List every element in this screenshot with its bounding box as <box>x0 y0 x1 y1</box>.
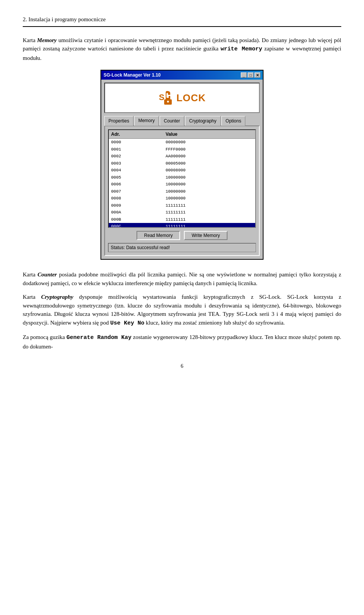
table-row[interactable]: 000A11111111 <box>109 209 255 216</box>
paragraph-3: Karta Cryptography dysponuje możliwością… <box>23 293 341 328</box>
cell-value: 00000000 <box>163 139 255 146</box>
memory-keyword: Memory <box>37 37 57 43</box>
tab-panel-memory: Adr. Value 0000000000000001FFFF00000002A… <box>104 126 260 256</box>
cell-value: 11111111 <box>163 216 255 223</box>
tab-counter[interactable]: Counter <box>160 116 184 126</box>
title-bar: SG-Lock Manager Ver 1.10 _ □ ✕ <box>101 71 263 80</box>
paragraph-4: Za pomocą guzika Generate Random Kay zos… <box>23 333 341 351</box>
svg-rect-2 <box>166 98 167 101</box>
status-bar: Status: Data successful read! <box>108 243 256 252</box>
table-row[interactable]: 000911111111 <box>109 202 255 209</box>
write-memory-keyword: write Memory <box>221 46 262 52</box>
tab-memory[interactable]: Memory <box>134 116 159 126</box>
cell-addr: 0003 <box>109 160 163 167</box>
cell-addr: 0009 <box>109 202 163 209</box>
read-memory-button[interactable]: Read Memory <box>136 231 180 240</box>
tab-options[interactable]: Options <box>221 116 245 126</box>
sg-lock-icon: S <box>158 89 175 106</box>
table-row[interactable]: 000810000000 <box>109 195 255 202</box>
title-bar-buttons: _ □ ✕ <box>241 72 260 78</box>
table-row[interactable]: 000C11111111 <box>109 223 255 228</box>
svg-text:S: S <box>159 93 165 102</box>
cell-value: 11111111 <box>163 223 255 228</box>
table-row[interactable]: 000000000000 <box>109 139 255 146</box>
status-text: Status: Data successful read! <box>111 245 170 250</box>
cell-addr: 0008 <box>109 195 163 202</box>
table-row[interactable]: 000300005000 <box>109 160 255 167</box>
tab-properties[interactable]: Properties <box>104 116 133 126</box>
minimize-button[interactable]: _ <box>241 72 247 78</box>
cell-value: 00005000 <box>163 160 255 167</box>
sg-logo: S LOCK <box>158 89 206 106</box>
cell-addr: 0004 <box>109 167 163 174</box>
window-body: S LOCK Properties Memory Counter Cryptog… <box>101 80 263 259</box>
cell-addr: 0002 <box>109 153 163 160</box>
paragraph-1: Karta Memory umożliwia czytanie i opraco… <box>23 36 341 63</box>
cell-addr: 000C <box>109 223 163 228</box>
svg-point-3 <box>167 101 169 103</box>
counter-keyword: Counter <box>38 271 57 278</box>
memory-table: Adr. Value 0000000000000001FFFF00000002A… <box>109 130 255 228</box>
cell-addr: 0001 <box>109 146 163 153</box>
col-header-addr: Adr. <box>109 130 163 139</box>
table-row[interactable]: 000610000000 <box>109 181 255 188</box>
cell-addr: 0000 <box>109 139 163 146</box>
cell-value: 10000000 <box>163 195 255 202</box>
logo-area: S LOCK <box>104 83 260 113</box>
cell-value: 11111111 <box>163 202 255 209</box>
cell-addr: 0007 <box>109 188 163 195</box>
chapter-title: 2. Instalacja i programy pomocnicze <box>23 16 106 22</box>
col-header-value: Value <box>163 130 255 139</box>
close-button[interactable]: ✕ <box>254 72 260 78</box>
memory-table-container[interactable]: Adr. Value 0000000000000001FFFF00000002A… <box>108 129 256 228</box>
button-row: Read Memory Write Memory <box>108 231 256 240</box>
use-key-keyword: Use Key No <box>110 320 144 326</box>
tab-cryptography[interactable]: Cryptography <box>185 116 221 126</box>
cell-addr: 000B <box>109 216 163 223</box>
cell-value: AA000000 <box>163 153 255 160</box>
cell-value: 00008000 <box>163 167 255 174</box>
lock-text: LOCK <box>176 91 206 105</box>
tabs: Properties Memory Counter Cryptography O… <box>104 116 260 126</box>
cell-value: 10000000 <box>163 174 255 181</box>
cell-addr: 000A <box>109 209 163 216</box>
app-window: SG-Lock Manager Ver 1.10 _ □ ✕ S <box>100 70 264 260</box>
maximize-button[interactable]: □ <box>248 72 254 78</box>
paragraph-2: Karta Counter posiada podobne możliwpści… <box>23 270 341 287</box>
cell-value: 10000000 <box>163 181 255 188</box>
write-memory-button[interactable]: Write Memory <box>184 231 227 240</box>
page-number: 6 <box>181 363 184 369</box>
cell-value: FFFF0000 <box>163 146 255 153</box>
table-row[interactable]: 000510000000 <box>109 174 255 181</box>
cell-addr: 0005 <box>109 174 163 181</box>
page-footer: 6 <box>23 362 341 370</box>
table-row[interactable]: 000400008000 <box>109 167 255 174</box>
cell-addr: 0006 <box>109 181 163 188</box>
page-header: 2. Instalacja i programy pomocnicze <box>23 15 341 27</box>
table-row[interactable]: 000710000000 <box>109 188 255 195</box>
table-row[interactable]: 0002AA000000 <box>109 153 255 160</box>
generate-random-key-keyword: Generate Random Kay <box>66 334 132 341</box>
cell-value: 10000000 <box>163 188 255 195</box>
cell-value: 11111111 <box>163 209 255 216</box>
table-row[interactable]: 000B11111111 <box>109 216 255 223</box>
cryptography-keyword: Cryptography <box>41 294 73 300</box>
table-row[interactable]: 0001FFFF0000 <box>109 146 255 153</box>
window-title: SG-Lock Manager Ver 1.10 <box>104 72 161 78</box>
